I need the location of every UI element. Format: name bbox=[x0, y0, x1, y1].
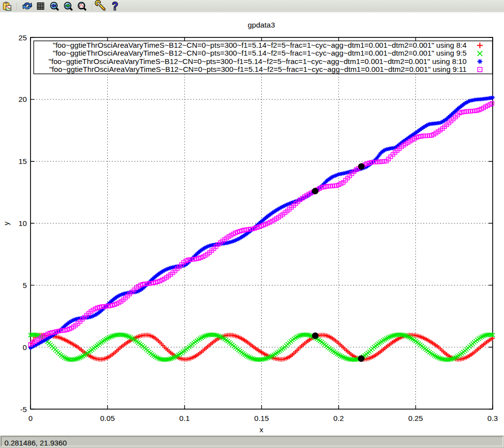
svg-text:x: x bbox=[259, 425, 263, 434]
svg-text:0.1: 0.1 bbox=[179, 414, 189, 422]
svg-text:"foo~ggtieThrOsciAreaVaryTimeS: "foo~ggtieThrOsciAreaVaryTimeS~B12~CN=0~… bbox=[49, 57, 467, 65]
svg-text:0.15: 0.15 bbox=[254, 414, 269, 422]
svg-text:"foo~ggtieThrOsciAreaVaryTimeS: "foo~ggtieThrOsciAreaVaryTimeS~B12~CN=0~… bbox=[53, 41, 467, 49]
svg-text:5: 5 bbox=[23, 281, 27, 289]
svg-text:25: 25 bbox=[18, 33, 27, 42]
svg-text:0.281486, 21.9360: 0.281486, 21.9360 bbox=[4, 439, 67, 447]
svg-text:"foo~ggtieThrOsciAreaVaryTimeS: "foo~ggtieThrOsciAreaVaryTimeS~B12~CN=0~… bbox=[53, 49, 467, 57]
svg-text:10: 10 bbox=[18, 219, 27, 227]
svg-text:y: y bbox=[2, 222, 10, 225]
svg-text:-5: -5 bbox=[20, 405, 27, 414]
svg-text:0.25: 0.25 bbox=[409, 414, 423, 422]
svg-text:gpdata3: gpdata3 bbox=[248, 21, 275, 29]
svg-text:0: 0 bbox=[23, 343, 27, 352]
svg-text:0.2: 0.2 bbox=[333, 414, 344, 422]
svg-text:0.3: 0.3 bbox=[487, 414, 498, 422]
svg-text:15: 15 bbox=[18, 157, 27, 165]
svg-text:20: 20 bbox=[18, 95, 27, 103]
svg-text:0: 0 bbox=[29, 414, 33, 422]
svg-text:"foo~ggtieThrOsciAreaVaryTimeS: "foo~ggtieThrOsciAreaVaryTimeS~B12~CN=0~… bbox=[49, 65, 467, 73]
svg-text:0.05: 0.05 bbox=[100, 414, 115, 422]
